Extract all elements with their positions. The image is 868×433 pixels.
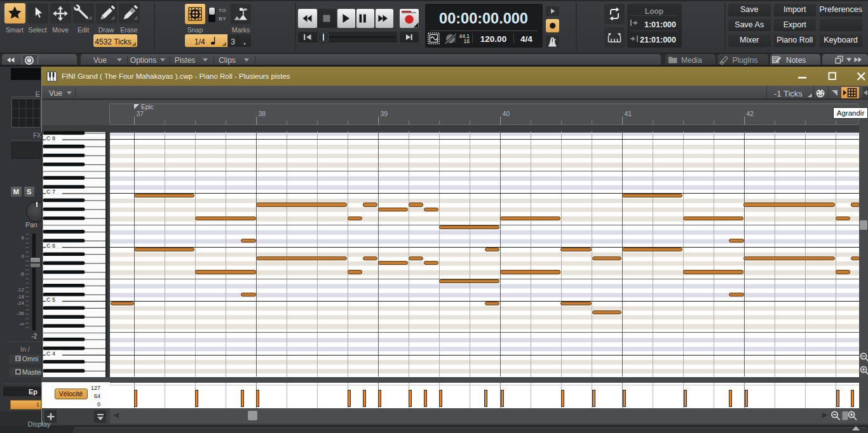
svg-text:C 7: C 7 — [46, 189, 55, 195]
svg-text:C 6: C 6 — [46, 243, 55, 249]
svg-text:C 8: C 8 — [46, 135, 55, 141]
svg-text:C 4: C 4 — [46, 350, 55, 356]
svg-text:C 5: C 5 — [46, 296, 55, 302]
